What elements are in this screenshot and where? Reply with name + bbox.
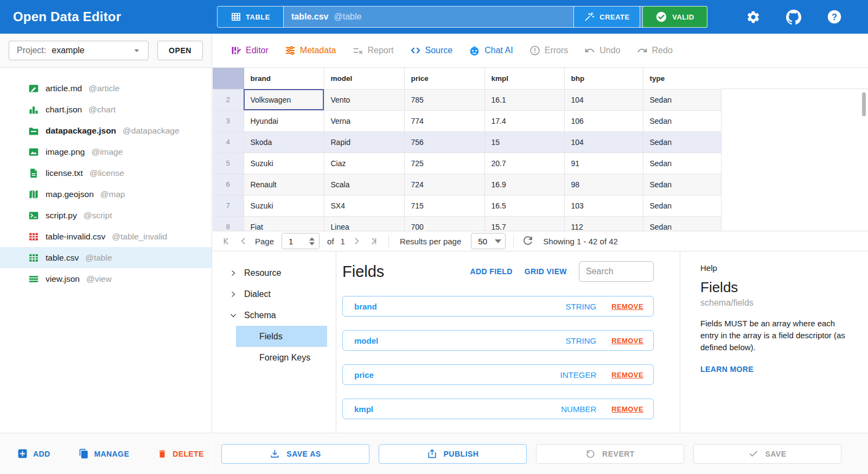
file-item-map[interactable]: map.geojson @map <box>0 184 212 205</box>
field-remove-button[interactable]: REMOVE <box>611 405 643 413</box>
field-remove-button[interactable]: REMOVE <box>611 302 643 311</box>
field-remove-button[interactable]: REMOVE <box>611 337 643 345</box>
table-cell[interactable]: 17.4 <box>484 110 564 131</box>
grid-corner-cell[interactable] <box>213 68 244 89</box>
table-cell[interactable]: 774 <box>404 110 484 131</box>
tab-redo[interactable]: Redo <box>637 45 673 56</box>
last-page-icon[interactable] <box>365 233 381 249</box>
grid-view-button[interactable]: GRID VIEW <box>525 267 567 276</box>
tab-editor[interactable]: Editor <box>231 45 269 56</box>
table-cell[interactable]: 98 <box>564 174 643 195</box>
github-icon[interactable] <box>786 9 801 24</box>
file-item-table-invalid[interactable]: table-invalid.csv @table_invalid <box>0 226 212 247</box>
tab-undo[interactable]: Undo <box>584 45 620 56</box>
valid-status-button[interactable]: VALID <box>642 6 707 28</box>
table-cell[interactable]: Linea <box>324 216 404 231</box>
table-cell[interactable]: 104 <box>564 89 643 110</box>
spinner-up-icon[interactable] <box>309 237 315 241</box>
file-item-table[interactable]: table.csv @table <box>0 247 212 268</box>
add-field-button[interactable]: ADD FIELD <box>470 267 512 276</box>
column-header[interactable]: type <box>643 68 721 89</box>
field-card[interactable]: kmpl NUMBER REMOVE <box>342 399 654 419</box>
vertical-scrollbar-thumb[interactable] <box>862 92 866 116</box>
page-spinner[interactable] <box>309 237 319 245</box>
tab-metadata[interactable]: Metadata <box>285 45 336 56</box>
first-page-icon[interactable] <box>219 233 235 249</box>
column-header[interactable]: kmpl <box>484 68 564 89</box>
column-header[interactable]: model <box>324 68 404 89</box>
table-cell[interactable]: Hyundai <box>244 110 324 131</box>
table-view-button[interactable]: TABLE <box>218 7 284 27</box>
table-cell[interactable]: Ciaz <box>324 153 404 174</box>
tab-errors[interactable]: Errors <box>529 45 569 56</box>
file-item-datapackage[interactable]: datapackage.json @datapackage <box>0 120 212 141</box>
prev-page-icon[interactable] <box>235 233 252 249</box>
table-cell[interactable]: 16.5 <box>484 195 564 216</box>
learn-more-link[interactable]: LEARN MORE <box>700 365 754 374</box>
spinner-down-icon[interactable] <box>309 242 315 245</box>
revert-button[interactable]: REVERT <box>536 444 684 464</box>
create-button[interactable]: CREATE <box>573 6 640 28</box>
next-page-icon[interactable] <box>348 233 365 249</box>
save-as-button[interactable]: SAVE AS <box>221 444 369 464</box>
table-cell[interactable]: 106 <box>564 110 643 131</box>
tree-item-foreign-keys[interactable]: Foreign Keys <box>236 347 327 368</box>
table-cell[interactable]: 724 <box>404 174 484 195</box>
table-cell[interactable]: Sedan <box>643 216 721 231</box>
table-cell[interactable]: Suzuki <box>244 153 324 174</box>
table-cell[interactable]: 112 <box>564 216 643 231</box>
file-item-image[interactable]: image.png @image <box>0 141 212 162</box>
manage-files-button[interactable]: MANAGE <box>79 448 130 459</box>
table-cell[interactable]: Rapid <box>324 131 404 153</box>
table-cell[interactable]: 91 <box>564 153 643 174</box>
table-cell[interactable]: 16.9 <box>484 174 564 195</box>
field-card[interactable]: brand STRING REMOVE <box>342 296 654 317</box>
table-cell[interactable]: 15 <box>484 131 564 153</box>
delete-file-button[interactable]: DELETE <box>157 449 204 459</box>
column-header[interactable]: brand <box>244 68 324 89</box>
table-cell[interactable]: 16.1 <box>484 89 564 110</box>
open-project-button[interactable]: OPEN <box>157 41 203 60</box>
publish-button[interactable]: PUBLISH <box>379 444 527 464</box>
table-cell[interactable]: Skoda <box>244 131 324 153</box>
column-header[interactable]: price <box>404 68 484 89</box>
file-item-article[interactable]: article.md @article <box>0 78 212 99</box>
help-icon[interactable]: ? <box>827 9 842 24</box>
table-cell[interactable]: 700 <box>404 216 484 231</box>
table-cell[interactable]: 20.7 <box>484 153 564 174</box>
tab-report[interactable]: Report <box>353 45 394 56</box>
tab-source[interactable]: Source <box>410 45 453 56</box>
table-cell[interactable]: Suzuki <box>244 195 324 216</box>
tree-item-dialect[interactable]: Dialect <box>213 283 336 305</box>
table-cell[interactable]: Scala <box>324 174 404 195</box>
file-item-script[interactable]: script.py @script <box>0 205 212 226</box>
table-cell[interactable]: Sedan <box>643 110 721 131</box>
table-cell[interactable]: 15.7 <box>484 216 564 231</box>
field-remove-button[interactable]: REMOVE <box>611 371 643 379</box>
file-item-chart[interactable]: chart.json @chart <box>0 99 212 120</box>
tree-item-resource[interactable]: Resource <box>213 262 336 283</box>
table-cell[interactable]: Sedan <box>643 89 721 110</box>
table-cell[interactable]: Verna <box>324 110 404 131</box>
table-cell[interactable]: 725 <box>404 153 484 174</box>
tree-item-fields[interactable]: Fields <box>236 326 327 347</box>
add-file-button[interactable]: ADD <box>17 448 50 459</box>
project-select[interactable]: Project: example <box>9 41 149 60</box>
table-cell[interactable]: Renault <box>244 174 324 195</box>
file-item-view[interactable]: view.json @view <box>0 268 212 289</box>
field-search-input[interactable] <box>579 261 654 282</box>
table-cell[interactable]: 103 <box>564 195 643 216</box>
table-cell[interactable]: 756 <box>404 131 484 153</box>
column-header[interactable]: bhp <box>564 68 643 89</box>
table-cell[interactable]: Sedan <box>643 131 721 153</box>
table-cell[interactable]: Vento <box>324 89 404 110</box>
save-button[interactable]: SAVE <box>693 444 841 464</box>
page-size-select[interactable]: 50 <box>471 233 506 249</box>
table-cell[interactable]: Volkswagen <box>244 89 324 110</box>
file-item-license[interactable]: license.txt @license <box>0 162 212 184</box>
field-card[interactable]: price INTEGER REMOVE <box>342 364 654 385</box>
table-cell[interactable]: 104 <box>564 131 643 153</box>
tree-item-schema[interactable]: Schema <box>213 305 336 326</box>
tab-chat-ai[interactable]: Chat AI <box>469 45 513 56</box>
table-cell[interactable]: Fiat <box>244 216 324 231</box>
